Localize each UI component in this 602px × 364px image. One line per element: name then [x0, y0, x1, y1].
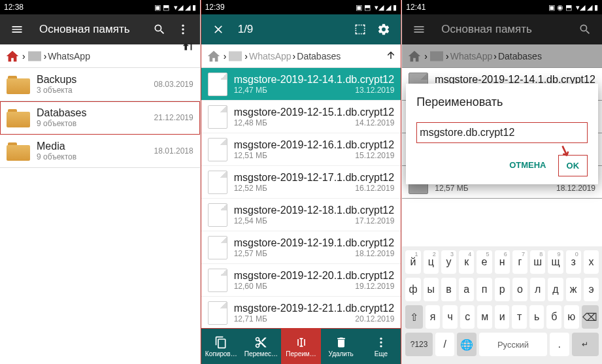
up-icon[interactable]: [385, 49, 397, 63]
more-action[interactable]: Еще: [361, 329, 401, 364]
file-row[interactable]: msgstore-2019-12-18.1.db.crypt12 12,54 М…: [201, 199, 401, 231]
breadcrumb: › › WhatsApp: [0, 44, 200, 68]
search-icon[interactable]: [148, 18, 171, 41]
key[interactable]: и: [495, 305, 510, 329]
key[interactable]: д: [548, 278, 563, 301]
key[interactable]: з0: [566, 250, 581, 274]
svg-rect-3: [28, 51, 41, 61]
cancel-button[interactable]: ОТМЕНА: [501, 155, 554, 176]
slash-key[interactable]: /: [435, 333, 455, 356]
folder-icon: [7, 74, 30, 94]
space-key[interactable]: Русский: [479, 333, 547, 356]
folder-databases[interactable]: Databases 9 объектов 21.12.2019: [0, 101, 200, 135]
storage-crumb[interactable]: [27, 51, 42, 61]
file-row[interactable]: msgstore-2019-12-21.1.db.crypt12 12,71 М…: [201, 297, 401, 329]
page-title: Основная память: [39, 23, 148, 36]
key[interactable]: у3: [441, 250, 456, 274]
file-row[interactable]: msgstore-2019-12-14.1.db.crypt12 12,47 М…: [201, 68, 401, 101]
key[interactable]: г7: [512, 250, 527, 274]
key[interactable]: ю: [564, 305, 579, 329]
copy-action[interactable]: Копиров…: [201, 329, 241, 364]
storage-crumb[interactable]: [227, 51, 243, 61]
dialog-title: Переименовать: [416, 95, 588, 109]
folder-icon: [7, 141, 30, 161]
file-row[interactable]: msgstore-2019-12-17.1.db.crypt12 12,52 М…: [201, 166, 401, 199]
crumb-whatsapp[interactable]: WhatsApp: [249, 51, 292, 61]
delete-action[interactable]: Удалить: [321, 329, 361, 364]
key[interactable]: ж: [566, 278, 581, 301]
key[interactable]: м: [477, 305, 492, 329]
key[interactable]: э: [584, 278, 599, 301]
key[interactable]: х: [584, 250, 599, 274]
svg-point-5: [380, 337, 382, 339]
crumb-databases[interactable]: Databases: [297, 51, 341, 61]
file-icon: [208, 73, 227, 96]
key[interactable]: ч: [443, 305, 458, 329]
key[interactable]: п: [477, 278, 492, 301]
gear-icon[interactable]: [372, 18, 395, 41]
folder-backups[interactable]: Backups 3 объекта 08.03.2019: [0, 68, 200, 101]
clock: 12:39: [205, 3, 225, 12]
clock: 12:41: [406, 3, 426, 12]
overflow-icon[interactable]: [171, 18, 195, 41]
key[interactable]: л: [530, 278, 545, 301]
file-icon: [208, 203, 227, 227]
selection-bar: 1/9: [201, 14, 401, 44]
key[interactable]: ш8: [530, 250, 545, 274]
menu-icon[interactable]: [407, 18, 431, 41]
file-row[interactable]: msgstore-2019-12-20.1.db.crypt12 12,60 М…: [201, 264, 401, 297]
screen-1: 12:38 ▣ ⬒ ▾◢ ◢ ▮ Основная память › › Wha…: [0, 0, 200, 364]
key[interactable]: б: [546, 305, 561, 329]
app-bar: Основная память: [402, 14, 602, 44]
crumb-whatsapp[interactable]: WhatsApp: [48, 51, 90, 61]
file-row[interactable]: msgstore-2019-12-15.1.db.crypt12 12,48 М…: [201, 101, 401, 133]
select-all-icon[interactable]: [348, 18, 372, 41]
rename-action[interactable]: Переим…: [281, 329, 321, 364]
folder-list: Backups 3 объекта 08.03.2019 Databases 9…: [0, 68, 200, 364]
backspace-key[interactable]: ⌫: [582, 305, 599, 329]
menu-icon[interactable]: [5, 18, 29, 41]
key[interactable]: е5: [477, 250, 492, 274]
key[interactable]: р: [495, 278, 510, 301]
file-icon: [208, 236, 227, 259]
app-bar: Основная память: [0, 14, 200, 44]
key[interactable]: т: [512, 305, 527, 329]
rename-dialog: Переименовать ОТМЕНА OK: [406, 84, 598, 184]
status-icons: ▣ ◉ ⬒ ▾◢ ◢ ▮: [548, 3, 598, 12]
key[interactable]: с: [460, 305, 475, 329]
folder-media[interactable]: Media 9 объектов 18.01.2018: [0, 135, 200, 168]
key[interactable]: ь: [529, 305, 544, 329]
file-row[interactable]: msgstore-2019-12-19.1.db.crypt12 12,57 М…: [201, 231, 401, 264]
key[interactable]: а: [459, 278, 474, 301]
key[interactable]: к4: [459, 250, 474, 274]
screen-3: 12:41 ▣ ◉ ⬒ ▾◢ ◢ ▮ Основная память › › W…: [402, 0, 602, 364]
shift-key[interactable]: ⇧: [405, 305, 423, 329]
globe-key[interactable]: 🌐: [457, 333, 477, 356]
key[interactable]: щ9: [548, 250, 563, 274]
up-icon[interactable]: [180, 41, 196, 72]
key[interactable]: в: [441, 278, 456, 301]
close-icon[interactable]: [207, 18, 230, 41]
dot-key[interactable]: .: [550, 333, 569, 356]
key[interactable]: ц2: [424, 250, 439, 274]
key[interactable]: ы: [424, 278, 439, 301]
move-action[interactable]: Перемес…: [241, 329, 281, 364]
key[interactable]: ф: [405, 278, 420, 301]
search-icon[interactable]: [573, 18, 597, 41]
key[interactable]: н6: [495, 250, 510, 274]
symbols-key[interactable]: ?123: [405, 333, 433, 356]
key[interactable]: й1: [405, 250, 420, 274]
file-icon: [208, 138, 227, 161]
file-icon: [208, 105, 227, 129]
enter-key[interactable]: ↵: [572, 333, 599, 356]
key[interactable]: о: [512, 278, 527, 301]
svg-rect-8: [430, 51, 443, 61]
key[interactable]: я: [426, 305, 441, 329]
selection-count: 1/9: [238, 23, 254, 36]
home-crumb[interactable]: [4, 49, 21, 63]
status-bar: 12:41 ▣ ◉ ⬒ ▾◢ ◢ ▮: [402, 0, 602, 14]
status-icons: ▣ ⬒ ▾◢ ◢ ▮: [356, 3, 397, 12]
home-crumb[interactable]: [205, 49, 222, 63]
file-row[interactable]: msgstore-2019-12-16.1.db.crypt12 12,51 М…: [201, 133, 401, 166]
rename-input[interactable]: [416, 122, 588, 143]
